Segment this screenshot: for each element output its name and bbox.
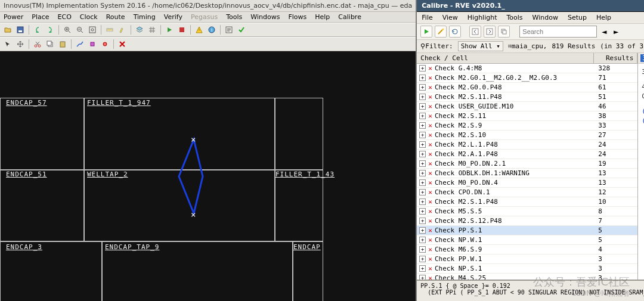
tab-391[interactable]: 391 <box>640 54 644 62</box>
menu-calibre[interactable]: Calibre <box>338 13 361 21</box>
stop-icon[interactable] <box>177 24 187 35</box>
check-row[interactable]: +✕Check M2.S.1.P4810 <box>417 197 637 207</box>
check-row[interactable]: +✕Check NP.W.15 <box>417 235 637 245</box>
check-row[interactable]: +✕Check M2.G0.0.P4861 <box>417 83 637 92</box>
coord-2[interactable]: (802.560 <box>642 117 644 125</box>
expand-icon[interactable]: + <box>419 160 426 167</box>
save-icon[interactable] <box>15 24 26 35</box>
refresh-icon[interactable] <box>449 26 461 38</box>
check-row[interactable]: +✕Check PP.W.13 <box>417 255 637 264</box>
search-input[interactable] <box>519 26 597 38</box>
zoom-in-icon[interactable] <box>62 24 73 35</box>
menu-eco[interactable]: ECO <box>58 13 72 21</box>
check-row[interactable]: +✕Check G.4:M8328 <box>417 64 637 73</box>
next-page-icon[interactable] <box>484 26 496 38</box>
wire-icon[interactable] <box>75 39 85 49</box>
check-row[interactable]: +✕Check M2.L.1.P4824 <box>417 140 637 150</box>
menu-window[interactable]: Window <box>532 14 558 21</box>
menu-tools2[interactable]: Tools <box>507 14 523 21</box>
menu-place[interactable]: Place <box>32 13 49 21</box>
expand-icon[interactable]: + <box>419 208 426 215</box>
open-icon[interactable] <box>2 24 13 35</box>
expand-icon[interactable]: + <box>419 256 426 262</box>
stack-icon[interactable] <box>498 26 510 38</box>
menu-help[interactable]: Help <box>315 13 330 21</box>
menu-file[interactable]: File <box>422 14 432 21</box>
search-prev-icon[interactable]: ◄ <box>599 26 609 37</box>
check-row[interactable]: +✕Check USER_GUIDE.M1046 <box>417 102 637 111</box>
check-row[interactable]: +✕Check NP.S.13 <box>417 264 637 274</box>
header-results[interactable]: Results <box>594 53 637 63</box>
coord-1[interactable]: (802.464 2.784) <box>642 107 644 115</box>
check-row[interactable]: +✕Check M2.S.1138 <box>417 111 637 121</box>
check-icon[interactable] <box>236 24 247 35</box>
grid-icon[interactable] <box>147 24 157 35</box>
expand-icon[interactable]: + <box>419 170 426 176</box>
menu-power[interactable]: Power <box>4 13 23 21</box>
check-row[interactable]: +✕Check CPO.DN.112 <box>417 188 637 197</box>
expand-icon[interactable]: + <box>419 237 426 243</box>
menu-highlight[interactable]: Highlight <box>467 14 497 21</box>
layers-icon[interactable] <box>134 24 145 35</box>
cut-icon[interactable] <box>32 39 43 49</box>
menu-flows[interactable]: Flows <box>288 13 306 21</box>
check-row[interactable]: +✕Check M2.S.11.P4851 <box>417 92 637 102</box>
filter-icon[interactable]: ⚲Filter: <box>420 42 453 50</box>
highlight-icon[interactable] <box>117 24 128 35</box>
expand-icon[interactable]: + <box>419 246 426 253</box>
expand-icon[interactable]: + <box>419 132 426 138</box>
check-row[interactable]: +✕Check PP.S.15 <box>417 226 637 235</box>
check-row[interactable]: +✕Check M5.S.58 <box>417 207 637 216</box>
expand-icon[interactable]: + <box>419 65 426 72</box>
redo-icon[interactable] <box>45 24 55 35</box>
check-row[interactable]: +✕Check M2.A.1.P4824 <box>417 150 637 159</box>
search-next-icon[interactable]: ► <box>611 26 621 37</box>
menu-setup[interactable]: Setup <box>568 14 587 21</box>
menu-timing[interactable]: Timing <box>134 13 156 21</box>
check-row[interactable]: +✕Check M0_PO.DN.2.119 <box>417 159 637 169</box>
layout-canvas[interactable]: ENDCAP_57 FILLER_T_1_947 ENDCAP_51 WELLT… <box>0 51 416 301</box>
warning-icon[interactable] <box>194 24 205 35</box>
expand-icon[interactable]: + <box>419 103 426 110</box>
prev-page-icon[interactable] <box>469 26 481 38</box>
ruler-icon[interactable] <box>104 24 115 35</box>
expand-icon[interactable]: + <box>419 122 426 129</box>
check-row[interactable]: +✕Check M2.G0.1__M2.G0.2__M2.G0.371 <box>417 73 637 83</box>
delete-icon[interactable] <box>117 39 128 49</box>
expand-icon[interactable]: + <box>419 218 426 224</box>
via-icon[interactable] <box>87 39 98 49</box>
expand-icon[interactable]: + <box>419 189 426 196</box>
header-check[interactable]: Check / Cell <box>417 53 594 63</box>
copy-icon[interactable] <box>45 39 55 49</box>
summary-icon[interactable] <box>224 24 234 35</box>
check-row[interactable]: +✕Check M2.S.933 <box>417 121 637 131</box>
paste-icon[interactable] <box>57 39 68 49</box>
play-icon[interactable] <box>164 24 175 35</box>
check-row[interactable]: +✕Check M2.S.12.P487 <box>417 216 637 226</box>
expand-icon[interactable]: + <box>419 265 426 272</box>
expand-icon[interactable]: + <box>419 198 426 205</box>
tree-body[interactable]: +✕Check G.4:M8328+✕Check M2.G0.1__M2.G0.… <box>417 64 637 280</box>
pin-icon[interactable] <box>100 39 110 49</box>
menu-route[interactable]: Route <box>106 13 125 21</box>
check-row[interactable]: +✕Check M0_PO.DN.413 <box>417 178 637 188</box>
play-green-icon[interactable] <box>420 26 432 38</box>
select-icon[interactable] <box>2 39 13 49</box>
menu-windows[interactable]: Windows <box>250 13 280 21</box>
menu-help2[interactable]: Help <box>596 14 611 21</box>
zoom-out-icon[interactable] <box>75 24 85 35</box>
check-row[interactable]: +✕Check M4.S.253 <box>417 274 637 280</box>
expand-icon[interactable]: + <box>419 75 426 81</box>
expand-icon[interactable]: + <box>419 275 426 280</box>
expand-icon[interactable]: + <box>419 94 426 100</box>
check-row[interactable]: +✕Check ODBLK.DH.1:WARNING13 <box>417 169 637 178</box>
undo-icon[interactable] <box>32 24 43 35</box>
menu-tools[interactable]: Tools <box>226 13 242 21</box>
zoom-fit-icon[interactable] <box>87 24 98 35</box>
move-icon[interactable] <box>15 39 26 49</box>
expand-icon[interactable]: + <box>419 84 426 91</box>
menu-view[interactable]: View <box>442 14 458 21</box>
filter-mode-dropdown[interactable]: Show All ▾ <box>458 41 503 51</box>
check-row[interactable]: +✕Check M2.S.1027 <box>417 131 637 140</box>
info-icon[interactable]: i <box>206 24 217 35</box>
